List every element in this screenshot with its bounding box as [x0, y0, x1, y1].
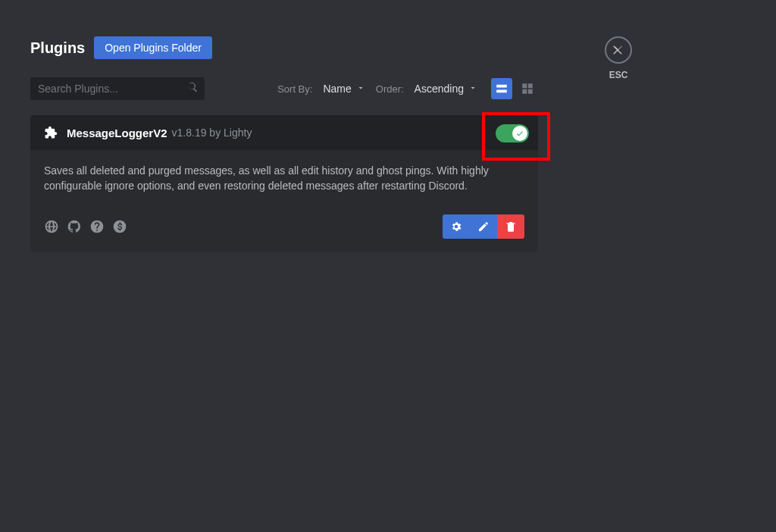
search-icon[interactable] [186, 81, 199, 96]
plugin-name: MessageLoggerV2 [67, 127, 167, 139]
grid-view-button[interactable] [517, 78, 538, 99]
search-input[interactable] [38, 83, 186, 95]
order-label: Order: [376, 83, 404, 95]
svg-rect-0 [496, 85, 507, 88]
enable-toggle[interactable] [496, 124, 529, 142]
page-title: Plugins [30, 39, 85, 57]
plugin-description: Saves all deleted and purged messages, a… [44, 164, 524, 193]
edit-button[interactable] [470, 214, 497, 239]
github-icon[interactable] [67, 219, 82, 234]
settings-button[interactable] [443, 214, 470, 239]
help-icon[interactable] [89, 219, 105, 234]
svg-rect-3 [528, 83, 533, 88]
delete-button[interactable] [497, 214, 524, 239]
dollar-icon[interactable] [112, 219, 127, 234]
sort-by-label: Sort By: [277, 83, 312, 95]
order-value: Ascending [415, 83, 464, 95]
puzzle-icon [44, 126, 58, 139]
plugin-meta: v1.8.19 by Lighty [172, 127, 252, 139]
sort-by-value: Name [323, 83, 351, 95]
svg-rect-1 [496, 90, 507, 93]
plugin-card: MessageLoggerV2 v1.8.19 by Lighty Saves … [30, 115, 538, 252]
plugin-header: MessageLoggerV2 v1.8.19 by Lighty [30, 115, 538, 150]
search-container [30, 77, 205, 100]
esc-label: ESC [609, 70, 628, 80]
globe-icon[interactable] [44, 219, 59, 234]
close-button[interactable] [605, 36, 632, 64]
svg-rect-2 [522, 83, 527, 88]
svg-rect-4 [522, 89, 527, 94]
toggle-knob [512, 126, 527, 141]
open-plugins-folder-button[interactable]: Open Plugins Folder [94, 36, 212, 59]
svg-rect-5 [528, 89, 533, 94]
sort-by-select[interactable]: Name [323, 82, 365, 95]
order-select[interactable]: Ascending [415, 82, 477, 95]
list-view-button[interactable] [491, 78, 512, 99]
chevron-down-icon [356, 82, 365, 95]
chevron-down-icon [468, 82, 477, 95]
